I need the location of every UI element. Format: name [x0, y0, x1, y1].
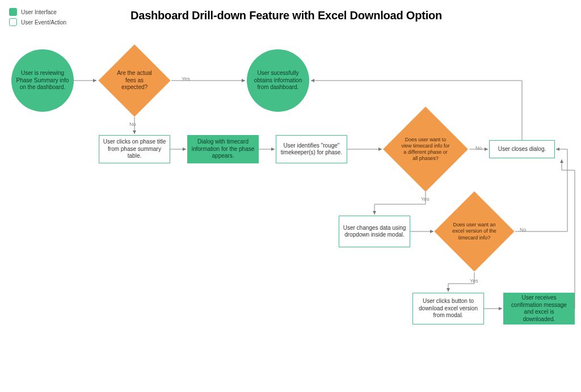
edge-label-yes1: Yes: [182, 76, 190, 82]
node-decision-excel-label: Does user want an excel version of the t…: [449, 204, 499, 259]
node-change-data: User changes data using dropdown inside …: [339, 216, 410, 247]
node-dialog-appears: Dialog with timecard information for the…: [187, 135, 259, 163]
node-identify-rouge: User identifies "rouge" timekeeper(s) fo…: [276, 135, 347, 163]
node-start: User is reviewing Phase Summary info on …: [11, 49, 74, 112]
node-decision-fees-label: Are the actual fees as expected?: [112, 56, 157, 105]
legend-row-event: User Event/Action: [9, 18, 66, 26]
node-confirm-download: User receives confirmation message and e…: [503, 293, 575, 324]
legend-label-ui: User Interface: [21, 9, 57, 15]
legend-row-ui: User Interface: [9, 8, 66, 16]
node-decision-other-phase: Does user want to view timecard info for…: [383, 107, 468, 192]
edge-label-yes2: Yes: [421, 196, 430, 202]
node-decision-other-phase-label: Does user want to view timecard info for…: [399, 120, 452, 178]
edge-label-no3: No: [520, 227, 527, 233]
node-close-dialog: User closes dialog.: [489, 140, 555, 158]
node-decision-fees: Are the actual fees as expected?: [98, 44, 170, 116]
edge-label-yes3: Yes: [470, 278, 478, 284]
edge-label-no1: No: [129, 121, 136, 127]
node-download-click: User clicks button to download excel ver…: [412, 293, 484, 324]
legend-swatch-ui: [9, 8, 17, 16]
node-click-title: User clicks on phase title from phase su…: [99, 135, 170, 163]
node-decision-excel: Does user want an excel version of the t…: [434, 191, 514, 271]
edge-label-no2: No: [475, 145, 482, 151]
page-title: Dashboard Drill-down Feature with Excel …: [130, 9, 442, 22]
legend: User Interface User Event/Action: [9, 8, 66, 28]
node-success: User sucessfully obtains information fro…: [247, 49, 309, 112]
legend-label-event: User Event/Action: [21, 19, 66, 26]
flowchart: Dashboard Drill-down Feature with Excel …: [0, 0, 581, 392]
legend-swatch-event: [9, 18, 17, 26]
